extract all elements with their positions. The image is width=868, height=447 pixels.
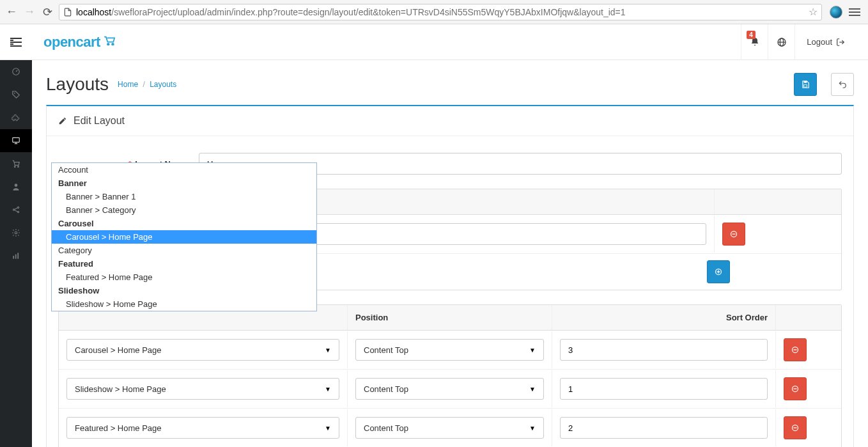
dropdown-option[interactable]: Account [52,163,316,176]
sidebar-item-sales[interactable] [0,152,32,175]
browser-profile-avatar[interactable] [830,6,842,19]
panel-title: Edit Layout [74,115,125,127]
module-select[interactable]: Featured > Home Page▼ [66,417,339,439]
browser-back-button[interactable]: ← [5,6,18,19]
module-select[interactable]: Slideshow > Home Page▼ [66,378,339,400]
sidebar-item-customers[interactable] [0,175,32,198]
dropdown-option[interactable]: Slideshow > Home Page [52,297,316,311]
dropdown-option[interactable]: Banner > Category [52,203,316,217]
sidebar-item-dashboard[interactable] [0,60,32,83]
store-front-button[interactable] [768,24,794,60]
caret-down-icon: ▼ [529,347,536,354]
gear-icon [12,228,20,237]
sidebar-item-design[interactable] [0,129,32,152]
dashboard-icon [12,67,20,76]
logo-cart-icon [103,35,117,49]
cart-icon [12,159,20,168]
breadcrumb: Home / Layouts [118,80,176,89]
monitor-icon [12,136,20,145]
sidebar-item-system[interactable] [0,221,32,244]
add-route-button[interactable] [707,260,730,283]
svg-point-11 [18,166,19,168]
bookmark-star-icon[interactable]: ☆ [809,6,818,18]
sidebar-item-reports[interactable] [0,244,32,267]
dropdown-option[interactable]: Featured > Home Page [52,271,316,284]
browser-forward-button[interactable]: → [23,6,36,19]
minus-circle-icon [791,424,799,432]
sidebar-toggle-button[interactable] [0,24,32,60]
module-select-value: Carousel > Home Page [75,345,162,355]
sidebar-item-extensions[interactable] [0,106,32,129]
svg-point-6 [14,93,15,94]
position-select-value: Content Top [364,384,408,394]
remove-module-button[interactable] [784,338,807,361]
save-button[interactable] [794,73,817,96]
breadcrumb-home[interactable]: Home [118,80,138,89]
svg-rect-4 [10,43,13,45]
logo[interactable]: opencart [43,34,117,51]
svg-rect-20 [15,255,17,259]
position-select[interactable]: Content Top▼ [355,378,544,400]
position-select[interactable]: Content Top▼ [355,417,544,439]
dropdown-group: Banner [52,176,316,190]
notifications-button[interactable]: 4 [741,24,768,60]
svg-rect-3 [10,40,13,41]
minus-circle-icon [730,230,738,238]
browser-reload-button[interactable]: ⟳ [41,6,54,19]
page-title: Layouts [46,74,109,95]
dropdown-group: Featured [52,257,316,271]
module-row: Carousel > Home Page▼Content Top▼ [59,331,841,370]
puzzle-icon [12,113,20,122]
svg-point-14 [17,207,19,208]
svg-point-22 [107,43,109,45]
dropdown-option[interactable]: Banner > Banner 1 [52,190,316,203]
breadcrumb-separator: / [143,80,144,89]
svg-point-15 [17,211,19,212]
caret-down-icon: ▼ [325,347,331,354]
module-row: Featured > Home Page▼Content Top▼ [59,409,841,447]
svg-rect-29 [804,85,807,88]
svg-line-17 [15,210,18,212]
module-select-value: Slideshow > Home Page [75,384,166,394]
cancel-button[interactable] [831,73,854,96]
sort-order-input[interactable] [560,378,768,400]
page-header: Layouts Home / Layouts [32,60,868,105]
dropdown-option[interactable]: Category [52,244,316,257]
position-select[interactable]: Content Top▼ [355,339,544,361]
browser-url-bar[interactable]: localhost/swefloraProject/upload/admin/i… [59,4,822,20]
svg-point-23 [112,43,114,45]
caret-down-icon: ▼ [529,425,536,432]
svg-rect-0 [10,38,22,39]
svg-rect-7 [13,137,20,142]
sort-order-input[interactable] [560,417,768,439]
share-icon [12,205,20,214]
bar-chart-icon [12,251,20,260]
dropdown-option[interactable]: Carousel > Home Page [52,230,316,244]
menu-icon [10,38,22,47]
signout-icon [836,38,845,47]
module-select[interactable]: Carousel > Home Page▼ [66,339,339,361]
pencil-icon [58,116,67,125]
module-dropdown[interactable]: AccountBannerBanner > Banner 1Banner > C… [51,162,317,311]
globe-icon [777,37,787,47]
remove-route-button[interactable] [722,223,745,246]
logout-label: Logout [807,37,832,47]
browser-menu-button[interactable] [849,8,860,16]
remove-module-button[interactable] [784,377,807,400]
panel-header: Edit Layout [47,106,853,136]
svg-rect-21 [17,253,19,258]
sidebar-item-marketing[interactable] [0,198,32,221]
remove-module-button[interactable] [784,416,807,439]
logout-button[interactable]: Logout [794,24,856,60]
svg-point-10 [14,166,15,168]
topbar: opencart 4 Logout [32,24,868,60]
modules-header-position: Position [348,305,552,330]
sort-order-input[interactable] [560,339,768,361]
browser-chrome: ← → ⟳ localhost/swefloraProject/upload/a… [0,0,868,24]
module-select-value: Featured > Home Page [75,423,162,433]
module-row: Slideshow > Home Page▼Content Top▼ [59,370,841,409]
plus-circle-icon [715,268,722,276]
breadcrumb-current[interactable]: Layouts [150,80,176,89]
sidebar-item-catalog[interactable] [0,83,32,106]
page-icon [63,8,72,17]
